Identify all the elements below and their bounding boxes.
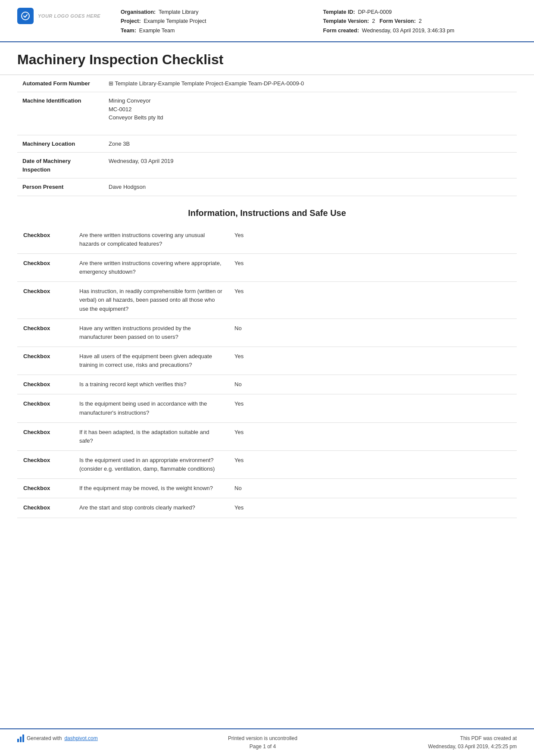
checklist-row: CheckboxIs the equipment being used in a… [17,394,517,422]
bar-chart-icon [17,734,24,742]
check-answer: Yes [228,282,387,319]
info-row: Machinery LocationZone 3B [17,135,517,153]
check-extra [387,422,517,450]
page: YOUR LOGO GOES HERE Organisation: Templa… [0,0,534,756]
check-extra [387,479,517,498]
footer-right-line1: This PDF was created at [409,734,517,743]
logo-area: YOUR LOGO GOES HERE [17,8,103,24]
team-value: Example Team [139,28,175,34]
field-label: Date of Machinery Inspection [17,153,103,178]
org-label: Organisation: [121,9,156,15]
field-value-line: Mining Conveyor [109,97,512,105]
check-question: Have any written instructions provided b… [73,319,228,347]
check-extra [387,394,517,422]
version-row: Template Version: 2 Form Version: 2 [323,17,517,26]
check-answer: Yes [228,226,387,254]
check-label: Checkbox [17,451,73,479]
check-question: Is the equipment being used in accordanc… [73,394,228,422]
check-question: If the equipment may be moved, is the we… [73,479,228,498]
template-id-value: DP-PEA-0009 [358,9,392,15]
doc-title: Machinery Inspection Checklist [0,42,534,75]
field-value-line: MC-0012 [109,105,512,114]
section-heading: Information, Instructions and Safe Use [17,196,517,226]
check-label: Checkbox [17,226,73,254]
team-row: Team: Example Team [121,26,315,35]
info-row: Date of Machinery InspectionWednesday, 0… [17,153,517,178]
footer: Generated with dashpivot.com Printed ver… [0,728,534,756]
checklist-table: CheckboxAre there written instructions c… [17,226,517,518]
footer-left: Generated with dashpivot.com [17,734,116,742]
checklist-row: CheckboxHave any written instructions pr… [17,319,517,347]
checklist-row: CheckboxAre the start and stop controls … [17,498,517,518]
check-question: Are the start and stop controls clearly … [73,498,228,518]
check-extra [387,451,517,479]
footer-link[interactable]: dashpivot.com [64,735,97,741]
checklist-row: CheckboxIf the equipment may be moved, i… [17,479,517,498]
checklist-row: CheckboxAre there written instructions c… [17,226,517,254]
check-answer: No [228,375,387,394]
org-value: Template Library [159,9,198,15]
check-label: Checkbox [17,422,73,450]
team-label: Team: [121,28,136,34]
field-value: ⊞ Template Library-Example Template Proj… [103,75,517,92]
org-row: Organisation: Template Library [121,8,315,17]
footer-right-line2: Wednesday, 03 April 2019, 4:25:25 pm [409,743,517,751]
form-created-label: Form created: [323,28,359,34]
check-question: Has instruction, in readily comprehensib… [73,282,228,319]
field-value: Dave Hodgson [103,178,517,196]
field-value: Wednesday, 03 April 2019 [103,153,517,178]
header-meta-row: Organisation: Template Library Project: … [121,8,517,35]
checklist-row: CheckboxIs the equipment used in an appr… [17,451,517,479]
form-created-row: Form created: Wednesday, 03 April 2019, … [323,26,517,35]
field-value: Mining ConveyorMC-0012Conveyor Belts pty… [103,92,517,135]
check-label: Checkbox [17,375,73,394]
check-question: Are there written instructions covering … [73,254,228,282]
check-extra [387,226,517,254]
check-answer: Yes [228,422,387,450]
form-created-value: Wednesday, 03 April 2019, 3:46:33 pm [362,28,454,34]
check-answer: Yes [228,451,387,479]
check-label: Checkbox [17,479,73,498]
info-row: Machine IdentificationMining ConveyorMC-… [17,92,517,135]
check-label: Checkbox [17,319,73,347]
check-answer: Yes [228,498,387,518]
svg-point-0 [22,12,29,20]
check-extra [387,375,517,394]
check-answer: Yes [228,347,387,375]
template-id-row: Template ID: DP-PEA-0009 [323,8,517,17]
field-value-line: Conveyor Belts pty ltd [109,113,512,122]
check-label: Checkbox [17,347,73,375]
check-extra [387,319,517,347]
info-table: Automated Form Number⊞ Template Library-… [17,75,517,196]
project-row: Project: Example Template Project [121,17,315,26]
footer-generated-text: Generated with [27,735,62,741]
footer-center-line1: Printed version is uncontrolled [134,734,392,743]
checklist-row: CheckboxHave all users of the equipment … [17,347,517,375]
checklist-row: CheckboxAre there written instructions c… [17,254,517,282]
check-extra [387,347,517,375]
header-meta: Organisation: Template Library Project: … [121,8,517,35]
check-question: Have all users of the equipment been giv… [73,347,228,375]
check-extra [387,282,517,319]
field-value: Zone 3B [103,135,517,153]
template-id-label: Template ID: [323,9,355,15]
check-question: Is the equipment used in an appropriate … [73,451,228,479]
check-answer: Yes [228,254,387,282]
form-version-label: Form Version: [380,18,416,24]
footer-center-line2: Page 1 of 4 [134,743,392,751]
template-version-label: Template Version: [323,18,369,24]
info-row: Automated Form Number⊞ Template Library-… [17,75,517,92]
check-extra [387,254,517,282]
checklist-row: CheckboxIf it has been adapted, is the a… [17,422,517,450]
logo-text: YOUR LOGO GOES HERE [38,13,100,19]
footer-center: Printed version is uncontrolled Page 1 o… [134,734,392,751]
check-label: Checkbox [17,498,73,518]
info-row: Person PresentDave Hodgson [17,178,517,196]
header-meta-left: Organisation: Template Library Project: … [121,8,315,35]
field-label: Machine Identification [17,92,103,135]
check-answer: No [228,479,387,498]
check-label: Checkbox [17,282,73,319]
check-label: Checkbox [17,394,73,422]
template-version-value: 2 [372,18,375,24]
field-label: Machinery Location [17,135,103,153]
